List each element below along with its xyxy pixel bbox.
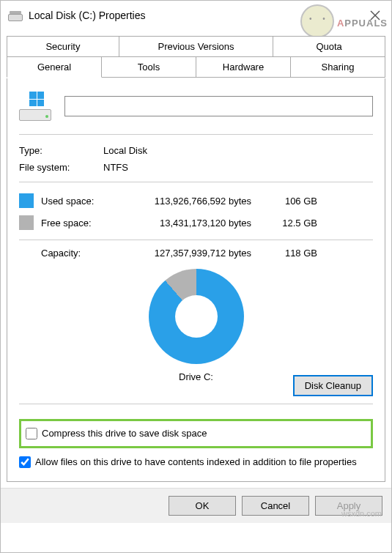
type-label: Type: [19,145,103,156]
volume-icon [19,92,51,121]
filesystem-value: NTFS [103,162,373,173]
dialog-button-bar: OK Cancel Apply [1,488,391,523]
tab-hardware[interactable]: Hardware [196,56,291,78]
titlebar: Local Disk (C:) Properties [1,1,391,30]
capacity-label: Capacity: [41,248,108,259]
tab-security[interactable]: Security [7,36,119,57]
drive-icon [8,10,23,21]
index-label[interactable]: Allow files on this drive to have conten… [35,456,357,469]
drive-caption: Drive C: [179,371,213,382]
window-title: Local Disk (C:) Properties [29,10,146,21]
used-label: Used space: [41,196,108,207]
ok-button[interactable]: OK [169,496,236,516]
highlight-compress: Compress this drive to save disk space [19,419,373,448]
free-bytes: 13,431,173,120 bytes [108,218,251,229]
type-value: Local Disk [103,145,373,156]
tab-previous-versions[interactable]: Previous Versions [119,36,273,57]
free-human: 12.5 GB [251,218,317,229]
tab-sharing[interactable]: Sharing [291,56,385,78]
apply-button[interactable]: Apply [315,496,382,516]
free-swatch [19,215,34,230]
tab-tools[interactable]: Tools [102,56,196,78]
used-swatch [19,193,34,208]
usage-pie-chart [149,269,244,364]
used-human: 106 GB [251,196,317,207]
close-icon [370,10,380,21]
volume-label-input[interactable] [64,96,373,116]
cancel-button[interactable]: Cancel [242,496,309,516]
used-bytes: 113,926,766,592 bytes [108,196,251,207]
capacity-human: 118 GB [251,248,317,259]
tab-general[interactable]: General [7,56,102,78]
free-label: Free space: [41,218,108,229]
compress-checkbox[interactable] [26,428,37,439]
filesystem-label: File system: [19,162,103,173]
compress-label[interactable]: Compress this drive to save disk space [42,427,207,440]
index-checkbox[interactable] [19,456,31,468]
tab-panel-general: Type: Local Disk File system: NTFS Used … [7,78,385,482]
tab-quota[interactable]: Quota [273,36,385,57]
capacity-bytes: 127,357,939,712 bytes [108,248,251,259]
close-button[interactable] [366,7,384,24]
